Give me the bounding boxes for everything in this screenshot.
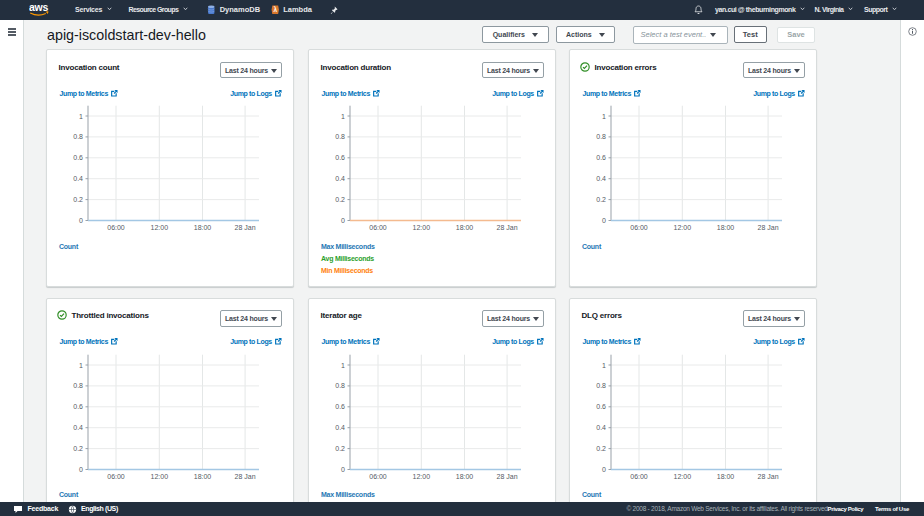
svg-text:0.2: 0.2 xyxy=(596,196,606,203)
svg-text:18:00: 18:00 xyxy=(455,472,473,479)
svg-text:18:00: 18:00 xyxy=(193,224,211,231)
svg-text:0.8: 0.8 xyxy=(596,382,606,389)
svg-text:0.2: 0.2 xyxy=(596,445,606,452)
svg-text:0.8: 0.8 xyxy=(335,133,345,140)
svg-text:28 Jan: 28 Jan xyxy=(234,224,255,231)
svg-text:12:00: 12:00 xyxy=(412,224,430,231)
svg-text:0.4: 0.4 xyxy=(596,175,606,182)
svg-text:0: 0 xyxy=(341,217,345,224)
svg-text:12:00: 12:00 xyxy=(150,472,168,479)
svg-text:06:00: 06:00 xyxy=(369,224,387,231)
svg-text:28 Jan: 28 Jan xyxy=(757,224,778,231)
svg-text:28 Jan: 28 Jan xyxy=(234,472,255,479)
svg-text:0.4: 0.4 xyxy=(596,424,606,431)
svg-text:λ: λ xyxy=(273,6,277,13)
svg-text:28 Jan: 28 Jan xyxy=(757,472,778,479)
svg-text:06:00: 06:00 xyxy=(107,224,125,231)
svg-text:0.6: 0.6 xyxy=(596,154,606,161)
svg-text:18:00: 18:00 xyxy=(716,472,734,479)
svg-text:12:00: 12:00 xyxy=(412,472,430,479)
svg-text:1: 1 xyxy=(602,361,606,368)
svg-text:0.6: 0.6 xyxy=(73,154,83,161)
svg-text:0.6: 0.6 xyxy=(335,403,345,410)
svg-text:1: 1 xyxy=(79,361,83,368)
svg-text:1: 1 xyxy=(341,113,345,120)
svg-text:0.2: 0.2 xyxy=(73,445,83,452)
svg-text:0.8: 0.8 xyxy=(73,382,83,389)
svg-text:06:00: 06:00 xyxy=(369,472,387,479)
svg-text:0: 0 xyxy=(602,466,606,473)
svg-text:12:00: 12:00 xyxy=(673,472,691,479)
svg-text:18:00: 18:00 xyxy=(716,224,734,231)
svg-text:0.4: 0.4 xyxy=(73,175,83,182)
svg-text:0.6: 0.6 xyxy=(335,154,345,161)
svg-text:0.8: 0.8 xyxy=(73,133,83,140)
svg-text:0.4: 0.4 xyxy=(73,424,83,431)
svg-text:0.2: 0.2 xyxy=(335,196,345,203)
svg-text:0.2: 0.2 xyxy=(335,445,345,452)
svg-text:1: 1 xyxy=(341,361,345,368)
svg-text:12:00: 12:00 xyxy=(150,224,168,231)
svg-text:0.6: 0.6 xyxy=(73,403,83,410)
svg-text:aws: aws xyxy=(29,3,49,13)
svg-text:06:00: 06:00 xyxy=(630,472,648,479)
svg-text:0: 0 xyxy=(79,217,83,224)
svg-text:0.8: 0.8 xyxy=(596,133,606,140)
svg-text:0.4: 0.4 xyxy=(335,424,345,431)
svg-text:06:00: 06:00 xyxy=(107,472,125,479)
svg-text:0.2: 0.2 xyxy=(73,196,83,203)
svg-text:18:00: 18:00 xyxy=(193,472,211,479)
svg-text:0.8: 0.8 xyxy=(335,382,345,389)
svg-text:28 Jan: 28 Jan xyxy=(496,472,517,479)
svg-text:12:00: 12:00 xyxy=(673,224,691,231)
svg-text:1: 1 xyxy=(79,113,83,120)
svg-text:0: 0 xyxy=(79,466,83,473)
svg-text:1: 1 xyxy=(602,113,606,120)
svg-text:0: 0 xyxy=(602,217,606,224)
svg-text:28 Jan: 28 Jan xyxy=(496,224,517,231)
svg-text:18:00: 18:00 xyxy=(455,224,473,231)
svg-text:06:00: 06:00 xyxy=(630,224,648,231)
svg-text:0.4: 0.4 xyxy=(335,175,345,182)
svg-text:0: 0 xyxy=(341,466,345,473)
svg-text:0.6: 0.6 xyxy=(596,403,606,410)
